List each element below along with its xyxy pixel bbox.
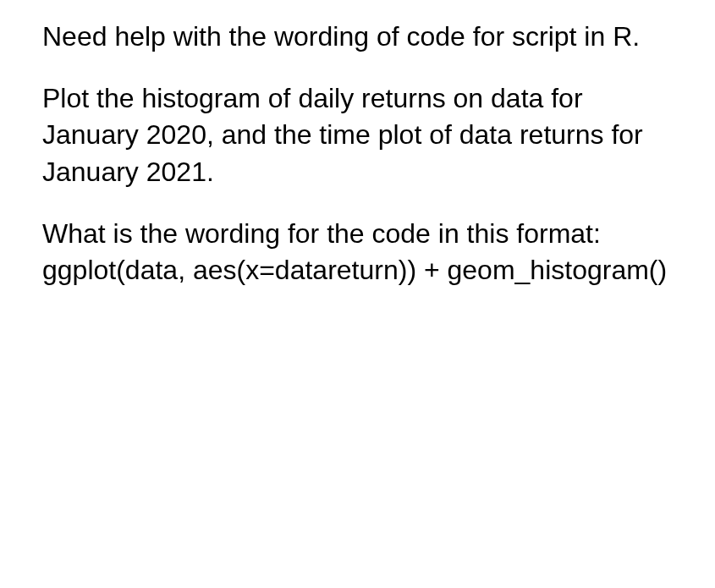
paragraph-task: Plot the histogram of daily returns on d… (42, 80, 673, 190)
paragraph-question: What is the wording for the code in this… (42, 216, 673, 289)
paragraph-intro: Need help with the wording of code for s… (42, 19, 673, 55)
